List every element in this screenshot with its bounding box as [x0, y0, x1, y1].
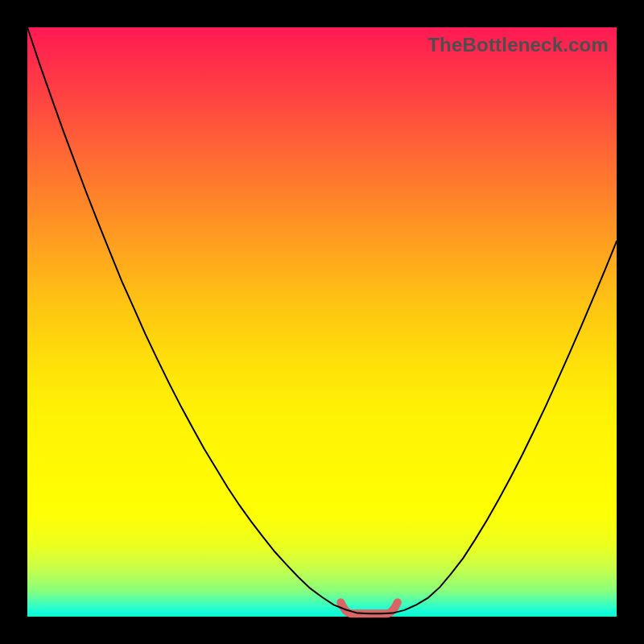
valley-marker: [341, 602, 398, 613]
bottleneck-curve: [27, 27, 617, 613]
plot-area: TheBottleneck.com: [27, 27, 617, 617]
chart-container: TheBottleneck.com: [0, 0, 644, 644]
chart-svg: [27, 27, 617, 617]
